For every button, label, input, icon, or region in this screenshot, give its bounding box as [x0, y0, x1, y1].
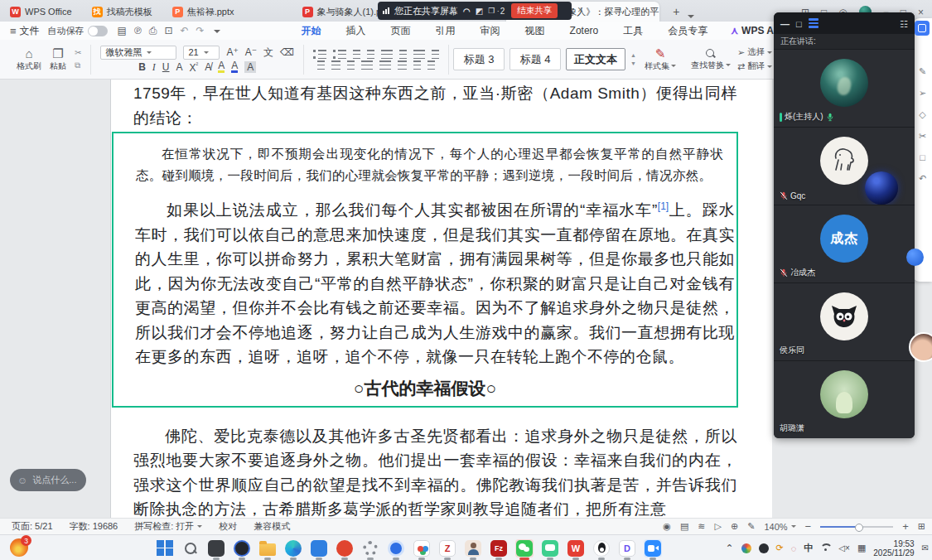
- blue-dot-app-icon[interactable]: [387, 539, 405, 558]
- paragraph[interactable]: 佛陀、爱比克泰德以及其他许多古圣先贤都看出：追求身外之物只是徒然，所以强烈地要大…: [133, 424, 737, 518]
- format-painter-button[interactable]: 格式刷: [17, 47, 41, 72]
- new-tab-button[interactable]: [668, 3, 684, 20]
- increase-indent-icon[interactable]: [367, 50, 374, 59]
- word-count[interactable]: 字数: 19686: [70, 520, 118, 533]
- align-right-icon[interactable]: [347, 60, 355, 70]
- redo-icon[interactable]: [196, 25, 205, 36]
- autosave-toggle[interactable]: [88, 26, 108, 36]
- style-body-text[interactable]: 正文文本: [566, 48, 625, 70]
- start-button[interactable]: [156, 539, 174, 558]
- decrease-indent-icon[interactable]: [353, 50, 360, 59]
- participant-tile-yechengjie[interactable]: 成杰 冶成杰: [774, 205, 915, 282]
- save-icon[interactable]: [118, 25, 127, 36]
- edit-mode-icon[interactable]: [747, 521, 755, 532]
- autosave-control[interactable]: 自动保存: [48, 25, 108, 37]
- settings-gear-icon[interactable]: [361, 539, 379, 558]
- font-color-button[interactable]: A: [231, 61, 238, 73]
- sync-icon[interactable]: [776, 543, 784, 553]
- grow-font-icon[interactable]: A⁺: [226, 46, 238, 58]
- footnote-reference[interactable]: [1]: [658, 200, 669, 212]
- security-icon[interactable]: [791, 543, 797, 553]
- font-size-select[interactable]: 21: [183, 46, 220, 60]
- undo-icon[interactable]: [180, 25, 188, 36]
- snip-app-icon[interactable]: [207, 539, 225, 558]
- ime-indicator[interactable]: 中: [804, 542, 813, 554]
- floating-camera-avatar[interactable]: [909, 332, 932, 362]
- fit-page-icon[interactable]: [731, 521, 738, 532]
- text-effects-icon[interactable]: 文: [263, 46, 273, 60]
- panel-menu-icon[interactable]: [900, 16, 908, 31]
- participant-tile-host[interactable]: 烁(主持人): [774, 49, 915, 127]
- paragraph[interactable]: 1759年，早在世人知道有基因这种东西之前，亚当·斯密（Adam Smith）便…: [133, 81, 737, 130]
- tab-home[interactable]: 开始: [300, 22, 323, 41]
- document-page[interactable]: 1759年，早在世人知道有基因这种东西之前，亚当·斯密（Adam Smith）便…: [110, 80, 772, 518]
- tab-template[interactable]: 找 找稿壳模板: [82, 2, 162, 22]
- zoom-level[interactable]: 140%: [764, 522, 795, 532]
- print-preview-icon[interactable]: [164, 25, 172, 36]
- clear-format-icon[interactable]: ⌫: [280, 46, 294, 58]
- floating-blue-button[interactable]: [906, 249, 924, 266]
- distribute-icon[interactable]: [379, 60, 391, 70]
- annotation-toggle-button[interactable]: [915, 21, 930, 36]
- clock[interactable]: 19:53 2025/11/29: [873, 539, 914, 558]
- char-style-icon[interactable]: A: [176, 61, 183, 73]
- phonetic-icon[interactable]: A̸: [205, 61, 211, 73]
- find-replace-button[interactable]: 查找替换: [691, 48, 731, 71]
- cut-tool-icon[interactable]: [919, 131, 926, 142]
- italic-button[interactable]: I: [152, 61, 156, 74]
- meeting-logo-icon[interactable]: [476, 7, 483, 16]
- fullscreen-icon[interactable]: [918, 521, 925, 532]
- read-mode-icon[interactable]: [663, 521, 671, 532]
- tray-color-icon[interactable]: [741, 543, 751, 553]
- border-icon[interactable]: [427, 60, 435, 70]
- cursor-tool-icon[interactable]: [919, 88, 926, 99]
- superscript-button[interactable]: X: [190, 61, 199, 74]
- tab-pptx[interactable]: P 焦裕禄.pptx: [162, 2, 244, 22]
- tab-tools[interactable]: 工具: [621, 22, 645, 41]
- taskbar-search-icon[interactable]: [181, 539, 200, 558]
- page-view-icon[interactable]: [680, 521, 688, 532]
- wechat-icon[interactable]: [515, 539, 534, 558]
- tab-wps-ai[interactable]: WPS AI: [731, 25, 776, 36]
- bold-button[interactable]: B: [138, 61, 146, 73]
- wifi-icon[interactable]: [820, 543, 831, 553]
- projector-icon[interactable]: [857, 543, 866, 553]
- panel-window-icon[interactable]: [796, 16, 802, 31]
- paste-button[interactable]: 粘贴: [50, 47, 66, 72]
- style-heading3[interactable]: 标题 3: [453, 48, 505, 70]
- tab-review[interactable]: 审阅: [479, 22, 502, 41]
- show-marks-icon[interactable]: [413, 50, 425, 59]
- chat-quick-input[interactable]: 说点什么...: [10, 469, 86, 491]
- shared-window-count[interactable]: 2: [488, 7, 505, 16]
- photos-person-icon[interactable]: [464, 539, 482, 558]
- tab-reference[interactable]: 引用: [434, 22, 457, 41]
- file-menu[interactable]: 文件: [0, 24, 48, 38]
- sort-icon[interactable]: [399, 50, 407, 59]
- section-heading[interactable]: ○古代的幸福假设○: [113, 376, 736, 401]
- tab-zotero[interactable]: Zotero: [568, 22, 601, 39]
- browser-flame-icon[interactable]: 3: [10, 538, 28, 557]
- line-spacing-icon[interactable]: [398, 60, 407, 70]
- close-button[interactable]: [918, 7, 924, 18]
- qat-caret-icon[interactable]: [214, 30, 220, 36]
- zoom-out-button[interactable]: [805, 520, 812, 533]
- quote-paragraph[interactable]: 在恒常状况下，即不预期会出现变化的情况下，每个人的心理迟早都会恢复平常的自然平静…: [136, 143, 723, 186]
- zoom-slider[interactable]: [820, 526, 893, 528]
- select-button[interactable]: 选择: [737, 46, 772, 58]
- filezilla-icon[interactable]: Fz: [490, 539, 508, 558]
- participant-tile-houletong[interactable]: 侯乐同: [774, 282, 915, 360]
- participant-tile-gqc[interactable]: Gqc: [774, 127, 915, 205]
- panel-minimize-icon[interactable]: [780, 16, 790, 31]
- paragraph[interactable]: 如果以上说法成立，那么我们每个人其实都被困在所谓的“幸福水车”[1]上。踩水车时…: [135, 195, 736, 369]
- align-center-icon[interactable]: [331, 60, 340, 70]
- justify-icon[interactable]: [361, 60, 373, 70]
- green-chat-icon[interactable]: [541, 539, 559, 558]
- shape-tool-icon[interactable]: [919, 109, 925, 120]
- spell-check-status[interactable]: 拼写检查: 打开: [134, 520, 202, 533]
- shrink-font-icon[interactable]: A⁻: [245, 46, 257, 58]
- cut-icon[interactable]: [75, 48, 81, 57]
- file-explorer-icon[interactable]: [258, 539, 277, 558]
- align-left-icon[interactable]: [317, 60, 325, 70]
- tab-insert[interactable]: 插入: [345, 22, 368, 41]
- dida-icon[interactable]: D: [618, 539, 636, 558]
